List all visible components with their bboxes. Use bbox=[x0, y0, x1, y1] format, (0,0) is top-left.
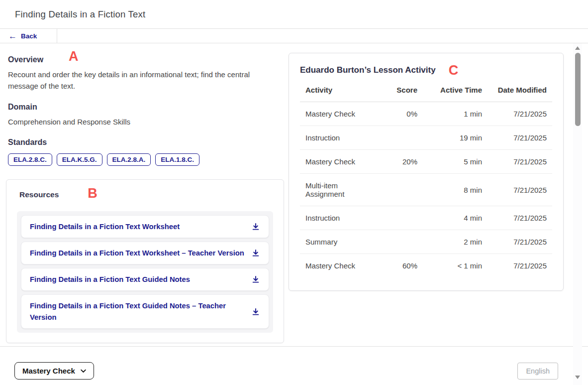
download-icon[interactable] bbox=[251, 307, 260, 316]
annotation-b: B bbox=[88, 187, 98, 200]
content-mode-label: Mastery Check bbox=[22, 367, 75, 375]
table-row: Instruction 4 min 7/21/2025 bbox=[300, 206, 552, 230]
resource-download-row[interactable]: Finding Details in a Fiction Text Worksh… bbox=[21, 215, 269, 238]
standard-chip[interactable]: ELA.K.5.G. bbox=[57, 153, 102, 166]
cell-active-time: 2 min bbox=[423, 230, 488, 254]
table-row: Mastery Check 60% < 1 min 7/21/2025 bbox=[300, 254, 552, 278]
resources-heading: Resources bbox=[19, 190, 59, 199]
standard-chip[interactable]: ELA.2.8.C. bbox=[8, 153, 52, 166]
resource-download-row[interactable]: Finding Details in a Fiction Text Worksh… bbox=[21, 242, 269, 264]
resource-download-row[interactable]: Finding Details in a Fiction Text Guided… bbox=[21, 268, 269, 291]
resource-label: Finding Details in a Fiction Text Worksh… bbox=[30, 248, 244, 258]
column-header-active-time: Active Time bbox=[423, 80, 488, 102]
back-button[interactable]: ← Back bbox=[0, 29, 57, 43]
cell-active-time: 1 min bbox=[423, 102, 488, 126]
download-icon[interactable] bbox=[251, 275, 260, 284]
overview-heading: Overview bbox=[8, 55, 285, 64]
download-icon[interactable] bbox=[251, 249, 260, 257]
scroll-down-icon[interactable] bbox=[575, 376, 580, 379]
annotation-c: C bbox=[449, 64, 459, 77]
content-mode-dropdown[interactable]: Mastery Check bbox=[14, 362, 94, 380]
cell-date-modified: 7/21/2025 bbox=[488, 126, 552, 150]
cell-activity: Summary bbox=[300, 230, 369, 254]
cell-score bbox=[369, 126, 423, 150]
table-row: Instruction 19 min 7/21/2025 bbox=[300, 126, 552, 150]
cell-score: 20% bbox=[369, 150, 423, 174]
back-label: Back bbox=[21, 32, 37, 40]
domain-text: Comprehension and Response Skills bbox=[8, 116, 272, 128]
back-arrow-icon: ← bbox=[8, 32, 17, 40]
cell-score: 60% bbox=[369, 254, 423, 278]
cell-active-time: 4 min bbox=[423, 206, 488, 230]
scrollbar-thumb[interactable] bbox=[575, 53, 581, 126]
cell-date-modified: 7/21/2025 bbox=[488, 206, 552, 230]
cell-active-time: 5 min bbox=[423, 150, 488, 174]
table-row: Mastery Check 0% 1 min 7/21/2025 bbox=[300, 102, 552, 126]
app-header: Finding Details in a Fiction Text bbox=[0, 0, 588, 29]
cell-active-time: 19 min bbox=[423, 126, 488, 150]
chevron-down-icon bbox=[80, 367, 87, 375]
lesson-activity-card: Eduardo Burton’s Lesson Activity C Activ… bbox=[289, 53, 564, 291]
scroll-up-icon[interactable] bbox=[575, 46, 580, 50]
standard-chip[interactable]: ELA.1.8.C. bbox=[155, 153, 199, 166]
cell-activity: Mastery Check bbox=[300, 254, 369, 278]
page-title: Finding Details in a Fiction Text bbox=[15, 9, 145, 20]
lesson-activity-table: Activity Score Active Time Date Modified… bbox=[300, 80, 552, 277]
resources-list: Finding Details in a Fiction Text Worksh… bbox=[17, 211, 273, 333]
table-row: Summary 2 min 7/21/2025 bbox=[300, 230, 552, 254]
cell-active-time: 8 min bbox=[423, 174, 488, 206]
lesson-activity-title: Eduardo Burton’s Lesson Activity bbox=[300, 65, 436, 75]
domain-heading: Domain bbox=[8, 103, 285, 112]
cell-date-modified: 7/21/2025 bbox=[488, 174, 552, 206]
table-row: Multi-item Assignment 8 min 7/21/2025 bbox=[300, 174, 552, 206]
cell-date-modified: 7/21/2025 bbox=[488, 102, 552, 126]
cell-score bbox=[369, 206, 423, 230]
cell-score: 0% bbox=[369, 102, 423, 126]
table-row: Mastery Check 20% 5 min 7/21/2025 bbox=[300, 150, 552, 174]
cell-date-modified: 7/21/2025 bbox=[488, 230, 552, 254]
resource-label: Finding Details in a Fiction Text Worksh… bbox=[30, 221, 180, 232]
main-content: A Overview Recount and order the key det… bbox=[0, 43, 588, 346]
cell-activity: Instruction bbox=[300, 206, 369, 230]
cell-activity: Mastery Check bbox=[300, 150, 369, 174]
column-header-score: Score bbox=[369, 80, 423, 102]
download-icon[interactable] bbox=[251, 222, 260, 231]
cell-activity: Multi-item Assignment bbox=[300, 174, 369, 206]
cell-active-time: < 1 min bbox=[423, 254, 488, 278]
cell-score bbox=[369, 174, 423, 206]
vertical-scrollbar[interactable] bbox=[573, 43, 582, 385]
cell-date-modified: 7/21/2025 bbox=[488, 150, 552, 174]
overview-description: Recount and order the key details in an … bbox=[8, 69, 272, 92]
column-header-date-modified: Date Modified bbox=[488, 80, 552, 102]
resource-label: Finding Details in a Fiction Text Guided… bbox=[30, 274, 190, 285]
standards-heading: Standards bbox=[8, 138, 285, 147]
back-bar: ← Back bbox=[0, 29, 588, 43]
table-header-row: Activity Score Active Time Date Modified bbox=[300, 80, 552, 102]
resource-label: Finding Details in a Fiction Text Guided… bbox=[30, 300, 244, 322]
cell-score bbox=[369, 230, 423, 254]
standard-chip[interactable]: ELA.2.8.A. bbox=[107, 153, 151, 166]
column-header-activity: Activity bbox=[300, 80, 369, 102]
resources-card: Resources B Finding Details in a Fiction… bbox=[6, 179, 284, 343]
cell-date-modified: 7/21/2025 bbox=[488, 254, 552, 278]
language-button[interactable]: English bbox=[517, 363, 558, 380]
standards-chips: ELA.2.8.C. ELA.K.5.G. ELA.2.8.A. ELA.1.8… bbox=[8, 153, 285, 166]
bottom-toolbar: Mastery Check English bbox=[0, 346, 588, 385]
resource-download-row[interactable]: Finding Details in a Fiction Text Guided… bbox=[21, 294, 269, 328]
cell-activity: Mastery Check bbox=[300, 102, 369, 126]
lesson-overview-column: Overview Recount and order the key detai… bbox=[8, 43, 285, 343]
cell-activity: Instruction bbox=[300, 126, 369, 150]
